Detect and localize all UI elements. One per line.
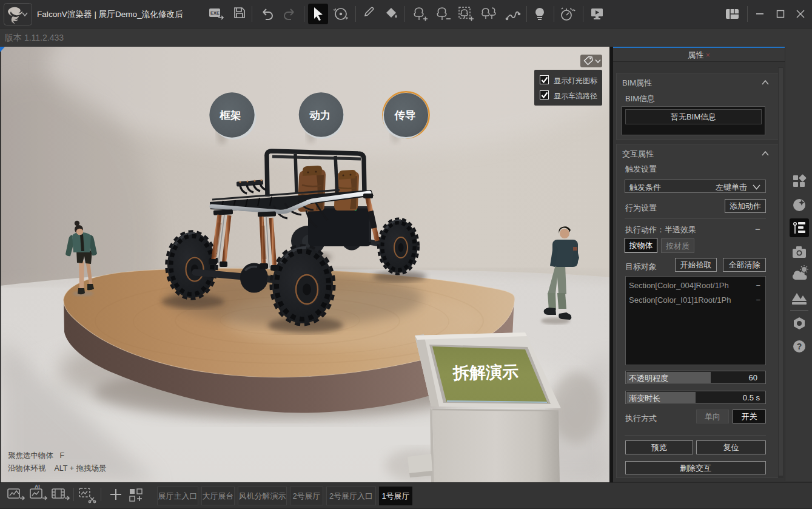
svg-text:?: ?	[797, 342, 802, 351]
svg-text:传导: 传导	[394, 109, 416, 121]
svg-text:AI: AI	[35, 484, 40, 490]
svg-text:动力: 动力	[309, 109, 331, 121]
svg-text:FalconV渲染器 | 展厅Demo_流化修改后: FalconV渲染器 | 展厅Demo_流化修改后	[37, 10, 183, 19]
svg-text:拆解演示: 拆解演示	[452, 363, 519, 382]
svg-text:EXE: EXE	[210, 10, 220, 16]
svg-text:框架: 框架	[220, 109, 241, 121]
